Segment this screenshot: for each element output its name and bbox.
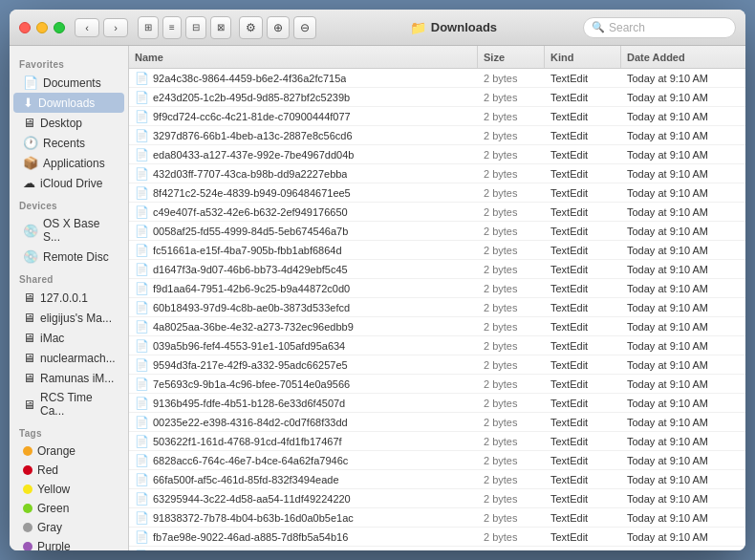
sidebar-item-tag-purple[interactable]: Purple	[13, 537, 124, 550]
size-column-header[interactable]: Size	[478, 46, 545, 68]
sidebar-item-documents[interactable]: 📄Documents	[13, 73, 124, 93]
search-bar[interactable]: 🔍 Search	[583, 17, 736, 38]
file-icon: 📄	[135, 167, 149, 181]
file-kind-cell: TextEdit	[545, 264, 621, 275]
table-row[interactable]: 📄17f95b3f-e02d-4ffb-b5bc-9ac3135016842 b…	[129, 547, 745, 550]
file-kind-cell: TextEdit	[545, 398, 621, 409]
close-button[interactable]	[19, 22, 31, 33]
sidebar-item-recents[interactable]: 🕐Recents	[13, 133, 124, 153]
file-icon: 📄	[135, 244, 149, 257]
sidebar-item-tag-orange[interactable]: Orange	[13, 442, 124, 461]
table-row[interactable]: 📄9594d3fa-217e-42f9-a332-95adc66257e52 b…	[129, 355, 745, 375]
table-row[interactable]: 📄fb7ae98e-9022-46ad-a885-7d8fb5a54b162 b…	[129, 528, 745, 547]
sidebar-label-tag-orange: Orange	[37, 444, 76, 458]
file-size-cell: 2 bytes	[478, 531, 545, 543]
sidebar-item-remote-disc[interactable]: 💿Remote Disc	[13, 247, 124, 267]
file-date-cell: Today at 9:10 AM	[621, 378, 745, 390]
table-row[interactable]: 📄fc51661a-e15f-4ba7-905b-fbb1abf6864d2 b…	[129, 241, 745, 260]
rcs-time-ca-icon: 🖥	[23, 398, 35, 412]
sidebar-item-eligijus-ma[interactable]: 🖥eligijus's Ma...	[13, 308, 124, 328]
file-name: c49e407f-a532-42e6-b632-2ef949176650	[153, 206, 348, 218]
table-row[interactable]: 📄66fa500f-af5c-461d-85fd-832f3494eade2 b…	[129, 470, 745, 489]
file-date-cell: Today at 9:10 AM	[621, 512, 745, 524]
nuclearmach-icon: 🖥	[23, 351, 35, 365]
file-size-cell: 2 bytes	[478, 245, 545, 256]
table-row[interactable]: 📄8f4271c2-524e-4839-b949-096484671ee52 b…	[129, 183, 745, 203]
minimize-button[interactable]	[36, 22, 48, 33]
sidebar-item-icloud-drive[interactable]: ☁iCloud Drive	[13, 173, 124, 193]
maximize-button[interactable]	[54, 22, 65, 33]
table-row[interactable]: 📄00235e22-e398-4316-84d2-c0d7f68f33dd2 b…	[129, 413, 745, 432]
name-column-header[interactable]: Name	[129, 46, 478, 68]
sidebar-item-rcs-time-ca[interactable]: 🖥RCS Time Ca...	[13, 388, 124, 420]
file-size-cell: 2 bytes	[478, 359, 545, 371]
table-row[interactable]: 📄c49e407f-a532-42e6-b632-2ef9491766502 b…	[129, 203, 745, 222]
table-row[interactable]: 📄4a8025aa-36be-4e32-a273-732ec96edbb92 b…	[129, 317, 745, 336]
sidebar-item-tag-gray[interactable]: Gray	[13, 518, 124, 537]
table-row[interactable]: 📄7e5693c9-9b1a-4c96-bfee-70514e0a95662 b…	[129, 375, 745, 394]
127001-icon: 🖥	[23, 291, 35, 305]
table-row[interactable]: 📄63295944-3c22-4d58-aa54-11df492242202 b…	[129, 489, 745, 508]
icon-view-button[interactable]: ⊞	[138, 16, 159, 39]
table-row[interactable]: 📄92a4c38c-9864-4459-b6e2-4f36a2fc715a2 b…	[129, 69, 745, 88]
file-name-cell: 📄c49e407f-a532-42e6-b632-2ef949176650	[129, 205, 478, 219]
sidebar-item-tag-yellow[interactable]: Yellow	[13, 480, 124, 499]
arrange-button[interactable]: ⚙	[239, 16, 263, 39]
table-row[interactable]: 📄60b18493-97d9-4c8b-ae0b-3873d533efcd2 b…	[129, 298, 745, 317]
desktop-icon: 🖥	[23, 116, 35, 130]
column-headers: Name Size Kind Date Added	[129, 46, 745, 69]
kind-column-header[interactable]: Kind	[545, 46, 621, 68]
ramunas-im-icon: 🖥	[23, 371, 35, 385]
table-row[interactable]: 📄91838372-7b78-4b04-b63b-16d0a0b5e1ac2 b…	[129, 508, 745, 528]
file-area[interactable]: Name Size Kind Date Added 📄92a4c38c-9864…	[129, 46, 745, 550]
file-kind-cell: TextEdit	[545, 436, 621, 447]
file-name: fc51661a-e15f-4ba7-905b-fbb1abf6864d	[153, 245, 342, 256]
sidebar-item-tag-red[interactable]: Red	[13, 461, 124, 480]
table-row[interactable]: 📄3297d876-66b1-4beb-a13c-2887e8c56cd62 b…	[129, 126, 745, 145]
table-row[interactable]: 📄9f9cd724-cc6c-4c21-81de-c70900444f0772 …	[129, 107, 745, 126]
edit-tags-button[interactable]: ⊖	[293, 16, 316, 39]
finder-window: ‹ › ⊞ ≡ ⊟ ⊠ ⚙ ⊕ ⊖ 📁 Downloads 🔍 Search F…	[10, 10, 745, 550]
table-row[interactable]: 📄eda80433-a127-437e-992e-7be4967dd04b2 b…	[129, 145, 745, 164]
column-view-button[interactable]: ⊟	[185, 16, 206, 39]
file-icon: 📄	[135, 530, 149, 544]
list-view-button[interactable]: ≡	[162, 16, 182, 39]
table-row[interactable]: 📄0058af25-fd55-4999-84d5-5eb674546a7b2 b…	[129, 222, 745, 241]
sidebar-item-tag-green[interactable]: Green	[13, 499, 124, 518]
file-icon: 📄	[135, 492, 149, 506]
file-date-cell: Today at 9:10 AM	[621, 321, 745, 333]
table-row[interactable]: 📄9136b495-fdfe-4b51-b128-6e33d6f4507d2 b…	[129, 394, 745, 413]
sidebar-item-downloads[interactable]: ⬇Downloads	[13, 93, 124, 113]
cover-flow-button[interactable]: ⊠	[210, 16, 231, 39]
file-name-cell: 📄7e5693c9-9b1a-4c96-bfee-70514e0a9566	[129, 377, 478, 391]
sidebar-item-applications[interactable]: 📦Applications	[13, 153, 124, 173]
sidebar-item-nuclearmach[interactable]: 🖥nuclearmach...	[13, 348, 124, 368]
file-icon: 📄	[135, 435, 149, 448]
window-title: 📁 Downloads	[324, 20, 583, 35]
sidebar-label-remote-disc: Remote Disc	[43, 250, 109, 264]
table-row[interactable]: 📄503622f1-161d-4768-91cd-4fd1fb17467f2 b…	[129, 432, 745, 451]
table-row[interactable]: 📄e243d205-1c2b-495d-9d85-827bf2c5239b2 b…	[129, 88, 745, 107]
file-kind-cell: TextEdit	[545, 226, 621, 237]
table-row[interactable]: 📄432d03ff-7707-43ca-b98b-dd9a2227ebba2 b…	[129, 164, 745, 183]
table-row[interactable]: 📄f9d1aa64-7951-42b6-9c25-b9a44872c0d02 b…	[129, 279, 745, 298]
share-button[interactable]: ⊕	[267, 16, 290, 39]
file-name-cell: 📄60b18493-97d9-4c8b-ae0b-3873d533efcd	[129, 301, 478, 314]
file-name-cell: 📄0058af25-fd55-4999-84d5-5eb674546a7b	[129, 225, 478, 238]
section-label-tags: Tags	[10, 420, 128, 442]
file-date-cell: Today at 9:10 AM	[621, 168, 745, 180]
sidebar-item-imac[interactable]: 🖥iMac	[13, 328, 124, 348]
table-row[interactable]: 📄039a5b96-fef4-4553-91e1-105afd95a6342 b…	[129, 336, 745, 355]
sidebar-item-osx-base[interactable]: 💿OS X Base S...	[13, 214, 124, 247]
table-row[interactable]: 📄d1647f3a-9d07-46b6-bb73-4d429ebf5c452 b…	[129, 260, 745, 279]
table-row[interactable]: 📄6828acc6-764c-46e7-b4ce-64a62fa7946c2 b…	[129, 451, 745, 470]
sidebar-item-ramunas-im[interactable]: 🖥Ramunas iM...	[13, 368, 124, 388]
file-size-cell: 2 bytes	[478, 474, 545, 485]
date-column-header[interactable]: Date Added	[621, 46, 745, 68]
forward-button[interactable]: ›	[103, 18, 128, 37]
sidebar-item-127001[interactable]: 🖥127.0.0.1	[13, 288, 124, 308]
back-button[interactable]: ‹	[75, 18, 99, 37]
sidebar-item-desktop[interactable]: 🖥Desktop	[13, 113, 124, 133]
file-name-cell: 📄039a5b96-fef4-4553-91e1-105afd95a634	[129, 339, 478, 353]
tag-dot-tag-purple	[23, 542, 32, 550]
